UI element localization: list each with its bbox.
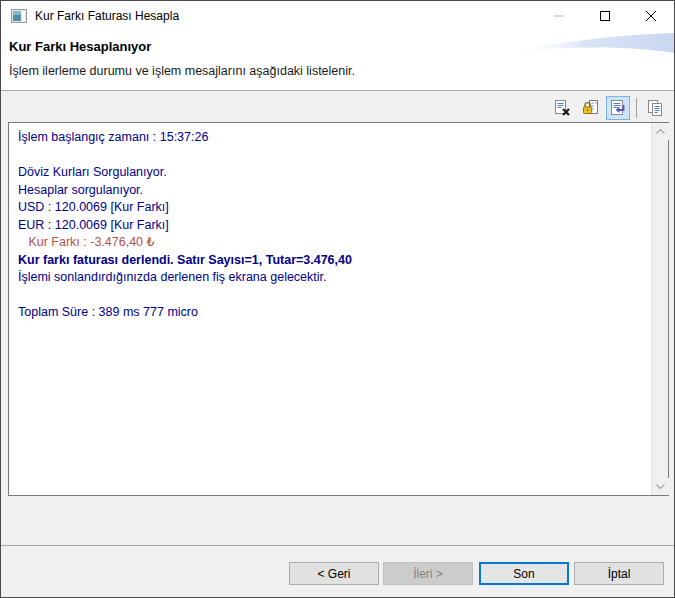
maximize-button[interactable] [582,1,628,31]
progress-log-box[interactable]: İşlem başlangıç zamanı : 15:37:26 Döviz … [8,122,669,496]
log-line-total-time: Toplam Süre : 389 ms 777 micro [18,304,647,322]
next-button: İleri > [383,562,473,585]
copy-log-button[interactable] [643,96,667,120]
clear-log-button[interactable] [550,96,574,120]
copy-icon [646,99,664,117]
progress-log: İşlem başlangıç zamanı : 15:37:26 Döviz … [9,123,651,495]
log-line: USD : 120.0069 [Kur Farkı] [18,199,647,217]
maximize-icon [600,11,610,21]
minimize-button [536,1,582,31]
wizard-footer: < Geri İleri > Son İptal [1,546,674,597]
log-line [18,147,647,165]
log-line: EUR : 120.0069 [Kur Farkı] [18,217,647,235]
log-line-result: Kur farkı faturası derlendi. Satır Sayıs… [18,252,647,270]
page-title: Kur Farkı Hesaplanıyor [9,39,151,54]
lock-icon [581,99,599,117]
page-subtitle: İşlem ilerleme durumu ve işlem mesajları… [9,64,355,78]
vertical-scrollbar[interactable] [651,123,668,495]
chevron-down-icon [656,484,665,489]
chevron-up-icon [656,129,665,134]
cancel-button[interactable]: İptal [574,562,664,585]
back-button[interactable]: < Geri [289,562,379,585]
title-bar: Kur Farkı Faturası Hesapla [1,1,674,31]
caption-buttons [536,1,674,31]
lock-log-button[interactable] [578,96,602,120]
clear-log-icon [553,99,571,117]
close-icon [646,11,656,21]
log-line: İşlem başlangıç zamanı : 15:37:26 [18,129,647,147]
scroll-down-button[interactable] [652,478,669,495]
finish-button[interactable]: Son [479,562,569,585]
header-swoosh-decoration [504,31,674,55]
auto-scroll-button[interactable] [606,96,630,120]
app-icon [11,9,27,23]
wizard-header: Kur Farkı Hesaplanıyor İşlem ilerleme du… [1,31,674,91]
content-area: İşlem başlangıç zamanı : 15:37:26 Döviz … [1,91,674,546]
log-line: İşlemi sonlandırdığınızda derlenen fiş e… [18,269,647,287]
toolbar-separator [636,98,637,118]
scroll-up-button[interactable] [652,123,669,140]
log-line: Döviz Kurları Sorgulanıyor. [18,164,647,182]
minimize-icon [554,11,564,21]
auto-scroll-icon [609,99,627,117]
close-button[interactable] [628,1,674,31]
log-line [18,287,647,305]
log-line-kur-farki: Kur Farkı : -3.476,40 ₺ [18,234,647,252]
window-title: Kur Farkı Faturası Hesapla [35,9,179,23]
wizard-dialog: Kur Farkı Faturası Hesapla [0,0,675,598]
log-toolbar [550,96,667,120]
log-line: Hesaplar sorgulanıyor. [18,182,647,200]
